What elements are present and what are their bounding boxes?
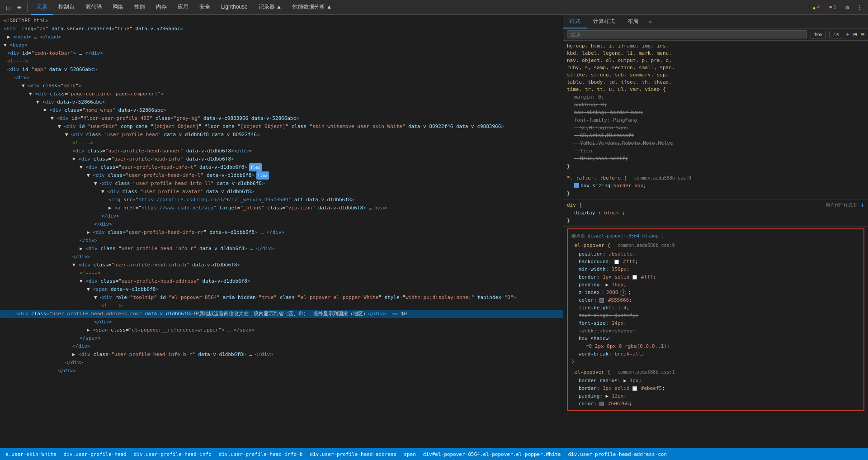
html-line[interactable]: ▼ <div role="tooltip" id="el-popover-856… — [0, 294, 563, 302]
tab-computed[interactable]: 计算样式 — [587, 15, 621, 28]
breadcrumb-bar: e.user-skin-White div.user-profile-head … — [0, 448, 868, 460]
html-line[interactable]: <!----> — [0, 302, 563, 310]
after-before-section: *, :after, :before { common.aeda588b.css… — [563, 172, 868, 199]
html-line[interactable]: ▼ <div data-v-52866abc> — [0, 98, 563, 106]
filter-bar: :hov .cls + ⊞ ⊟ — [563, 28, 868, 41]
html-line[interactable]: <html lang="zh" data-server-rendered="tr… — [0, 25, 563, 33]
tab-performance[interactable]: 性能 — [129, 0, 151, 15]
html-line[interactable]: ▼ <div class="user-profile-head" data-v-… — [0, 131, 563, 139]
html-line[interactable]: </div> — [0, 342, 563, 351]
styles-panel: 样式 计算样式 布局 » :hov .cls + ⊞ ⊟ hgroup, htm… — [563, 15, 868, 448]
add-style-button[interactable]: + — [846, 31, 849, 38]
breadcrumb-item-2[interactable]: div.user-profile-head-info — [132, 451, 213, 457]
style-icon-1[interactable]: ⊞ — [853, 31, 857, 38]
html-line[interactable]: ▶ <a href="https://www.csdn.net/vip" tar… — [0, 204, 563, 212]
html-line[interactable]: </div> — [0, 237, 563, 245]
html-line[interactable]: ▼ <div class="home_wrap" data-v-52866abc… — [0, 106, 563, 114]
cursor-icon[interactable]: ⬚ — [4, 3, 13, 12]
tab-security[interactable]: 安全 — [194, 0, 216, 15]
z-index-info-icon[interactable]: ℹ — [620, 289, 626, 296]
breadcrumb-item-4[interactable]: div.user-profile-head-address — [308, 451, 398, 457]
tab-lighthouse[interactable]: Lighthouse — [216, 0, 253, 15]
html-line-selected[interactable]: … <div class="user-profile-head-address-… — [0, 310, 563, 318]
add-prop-button[interactable]: + — [861, 201, 864, 209]
html-line[interactable]: ▶ <span class="el-popover__reference-wra… — [0, 326, 563, 334]
html-line[interactable]: ▶ <div class="user-profile-head-info-r" … — [0, 245, 563, 253]
html-line[interactable]: ▶ <div class="user-profile-head-info-b-r… — [0, 351, 563, 359]
html-line[interactable]: </div> — [0, 318, 563, 326]
html-line[interactable]: </div> — [0, 220, 563, 228]
settings-icon[interactable]: ⚙ — [843, 3, 852, 12]
cls-button[interactable]: .cls — [829, 31, 842, 38]
more-icon[interactable]: ⋮ — [855, 3, 864, 12]
toolbar-separator — [27, 3, 28, 12]
html-line[interactable]: ▼ <div class="user-profile-avatar" data-… — [0, 188, 563, 196]
html-line[interactable]: <!----> — [0, 139, 563, 147]
html-line[interactable]: </span> — [0, 334, 563, 342]
main-area: <!DOCTYPE html> <html lang="zh" data-ser… — [0, 15, 868, 448]
breadcrumb-item-1[interactable]: div.user-profile-head — [62, 451, 128, 457]
tab-elements[interactable]: 元素 — [31, 0, 53, 15]
tab-console[interactable]: 控制台 — [53, 0, 80, 15]
html-line[interactable]: ▼ <div class="user-profile-head-info-ll"… — [0, 180, 563, 188]
html-line[interactable]: ▼ <div class="user-profile-head-info" da… — [0, 155, 563, 163]
tab-network[interactable]: 网络 — [107, 0, 129, 15]
breadcrumb-item-3[interactable]: div.user-profile-head-info-b — [217, 451, 304, 457]
filter-input[interactable] — [567, 30, 807, 38]
tab-performance-insights[interactable]: 性能数据分析 ▲ — [287, 0, 337, 15]
panel-tabs: 样式 计算样式 布局 » — [563, 15, 868, 28]
html-line[interactable]: ▼ <body> — [0, 41, 563, 49]
line-dots: … — [5, 310, 9, 318]
div-selector: div { — [567, 201, 582, 209]
html-line[interactable]: ▼ <div class="user-profile-head-info-l" … — [0, 171, 563, 180]
html-line[interactable]: <div> — [0, 74, 563, 82]
tab-layout[interactable]: 布局 — [621, 15, 645, 28]
checkbox-box-sizing[interactable] — [574, 183, 579, 188]
tab-recorder[interactable]: 记录器 ▲ — [253, 0, 287, 15]
tab-styles[interactable]: 样式 — [563, 15, 587, 28]
user-agent-label: 用户代理样式表 — [826, 201, 857, 209]
html-line[interactable]: </div> — [0, 359, 563, 367]
html-line[interactable]: <!DOCTYPE html> — [0, 17, 563, 25]
global-styles-section: hgroup, html, i, iframe, img, ins, kbd, … — [563, 41, 868, 172]
val-box-sizing: border-box — [613, 182, 643, 190]
breadcrumb-item-7[interactable]: div.user-profile-head-address-con — [566, 451, 669, 457]
tab-more[interactable]: » — [645, 15, 656, 28]
html-line[interactable]: ▼ <div class="user-profile-head-info-t" … — [0, 163, 563, 171]
tab-memory[interactable]: 内存 — [151, 0, 172, 15]
tab-sources[interactable]: 源代码 — [80, 0, 107, 15]
html-line[interactable]: ▼ <span data-v-d1dbb6f8> — [0, 285, 563, 294]
html-content[interactable]: <!DOCTYPE html> <html lang="zh" data-ser… — [0, 15, 563, 448]
breadcrumb-item-0[interactable]: e.user-skin-White — [4, 451, 58, 457]
html-line[interactable]: <!----> — [0, 269, 563, 277]
styles-content[interactable]: hgroup, html, i, iframe, img, ins, kbd, … — [563, 41, 868, 448]
html-line[interactable]: <!----> — [0, 57, 563, 66]
html-line[interactable]: ▶ <div class="user-profile-head-info-rr"… — [0, 228, 563, 237]
html-line[interactable]: ▼ <div class="main"> — [0, 82, 563, 90]
val-display: block — [604, 210, 619, 216]
tab-application[interactable]: 应用 — [172, 0, 194, 15]
html-line[interactable]: </div> — [0, 367, 563, 375]
html-line[interactable]: ▶ <head> … </head> — [0, 33, 563, 41]
inherited-from-label: 继承自 div#el-popover-8564.el-pop... — [571, 232, 860, 240]
html-line[interactable]: <div id="app" data-v-52866abc> — [0, 66, 563, 74]
html-line[interactable]: </div> — [0, 253, 563, 261]
html-line[interactable]: ▼ <div class="page-container page-compon… — [0, 90, 563, 98]
html-line[interactable]: <img src="https://profile.csdnimg.cn/B/9… — [0, 196, 563, 204]
after-before-selector: *, :after, :before { — [567, 174, 627, 182]
html-line[interactable]: <div class="user-profile-head-banner" da… — [0, 147, 563, 155]
hov-button[interactable]: :hov — [811, 31, 826, 38]
html-line[interactable]: ▼ <div id="userSkin" comp-data="[object … — [0, 123, 563, 131]
inspect-icon[interactable]: ⊕ — [14, 3, 24, 12]
html-line[interactable]: ▼ <div id="floor-user-profile_485" class… — [0, 114, 563, 123]
global-selector: hgroup, html, i, iframe, img, ins, kbd, … — [567, 43, 864, 93]
html-panel: <!DOCTYPE html> <html lang="zh" data-ser… — [0, 15, 563, 448]
breadcrumb-item-5[interactable]: span — [402, 451, 418, 457]
style-icon-2[interactable]: ⊟ — [861, 31, 864, 38]
html-line[interactable]: </div> — [0, 212, 563, 220]
html-line[interactable]: ▼ <div class="user-profile-head-address"… — [0, 277, 563, 285]
devtools-toolbar: ⬚ ⊕ 元素 控制台 源代码 网络 性能 内存 应用 安全 Lighthouse… — [0, 0, 868, 15]
html-line[interactable]: ▼ <div class="user-profile-head-info-b" … — [0, 261, 563, 269]
breadcrumb-item-6[interactable]: div#el-popover-8564.el-popover.el-popper… — [421, 451, 563, 457]
html-line[interactable]: <div id="csdn-toolbar"> … </div> — [0, 49, 563, 57]
